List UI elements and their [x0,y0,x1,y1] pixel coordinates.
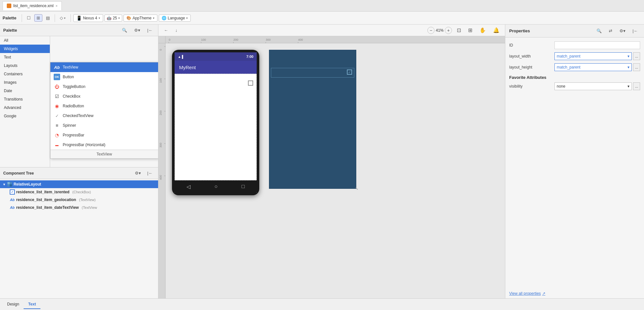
radiobutton-label: RadioButton [63,104,84,108]
progressbar-label: ProgressBar [63,133,84,137]
palette-settings-btn[interactable]: ⚙▾ [132,27,143,34]
properties-collapse-btn[interactable]: |← [630,27,640,35]
widget-textview[interactable]: Ab TextView [50,62,158,72]
properties-settings-btn[interactable]: ⚙▾ [617,27,628,35]
svg-rect-1 [10,182,12,184]
visibility-more-btn[interactable]: … [633,82,640,90]
tree-collapse-btn[interactable]: |← [145,169,155,177]
layout-height-dropdown[interactable]: match_parent ▾ [554,63,632,71]
layout-width-dropdown[interactable]: match_parent ▾ [554,52,632,60]
expand-arrow: ▼ [3,183,6,186]
svg-text:0: 0 [169,38,170,41]
favorite-attrs-title: Favorite Attributes [509,75,640,80]
palette-collapse-btn[interactable]: |← [145,27,155,34]
nav-home-btn: ○ [214,184,218,189]
widget-spinner[interactable]: ≡ Spinner [50,121,158,130]
phone-appbar: MyRent [175,61,257,74]
category-date[interactable]: Date [0,87,50,95]
palette-header: Palette 🔍 ⚙▾ |← [0,25,158,36]
id-input[interactable] [554,41,640,49]
checkedtextview-label: CheckedTextView [63,113,93,118]
tab-text[interactable]: Text [24,300,40,309]
layout-width-more-btn[interactable]: … [633,52,640,60]
tree-textview2-type: (TextView [81,206,97,209]
api-selector[interactable]: 🤖 25 ▾ [104,15,122,22]
api-level: 25 [113,16,117,20]
toolbar-sep3 [70,14,71,22]
widget-progressbar[interactable]: ◔ ProgressBar [50,130,158,140]
status-time: 7:00 [246,55,253,59]
canvas-with-ruler: 0 100 200 300 400 [158,36,505,298]
category-layouts[interactable]: Layouts [0,61,50,70]
category-images[interactable]: Images [0,78,50,87]
svg-text:300: 300 [266,38,271,41]
notification-btn[interactable]: 🔔 [491,26,502,35]
fit-screen-btn[interactable]: ⊡ [455,26,463,35]
category-google[interactable]: Google [0,112,50,120]
phone-status-bar: ▲ ▌ 7:00 [175,52,257,61]
tree-relativelayout-label: RelativeLayout [14,182,41,187]
properties-search-btn[interactable]: 🔍 [594,27,604,35]
layout-width-label: layout_width [509,54,554,59]
pan-tool-btn[interactable]: ✋ [477,26,488,35]
tree-item-textview2[interactable]: Ab residence_list_item_dateTextView (Tex… [0,204,158,211]
file-icon [7,4,11,8]
language-selector[interactable]: 🌐 Language ▾ [159,15,191,22]
palette-search-btn[interactable]: 🔍 [120,27,129,34]
canvas-main[interactable]: ▲ ▌ 7:00 MyRent [166,43,505,298]
tree-item-relativelayout[interactable]: ▼ RelativeLayout [0,180,158,188]
zoom-out-button[interactable]: − [427,27,435,34]
canvas-main-row: 0 100 200 300 400 [158,43,505,298]
layout-view-btn2[interactable]: ⊞ [34,14,42,22]
togglebutton-label: ToggleButton [63,84,85,89]
widget-button[interactable]: OK Button [50,72,158,82]
widget-progressbar-h[interactable]: ▬ ProgressBar (Horizontal) [50,140,158,150]
svg-text:100: 100 [201,38,206,41]
theme-selector[interactable]: 🎨 AppTheme ▾ [123,15,157,22]
layout-height-more-btn[interactable]: … [633,63,640,71]
actual-size-btn[interactable]: ⊞ [466,26,475,35]
widget-radiobutton[interactable]: ◉ RadioButton [50,101,158,111]
layout-view-btn3[interactable]: ▤ [44,14,52,22]
category-widgets[interactable]: Widgets [0,45,50,53]
category-all[interactable]: All [0,36,50,45]
preview-checkbox: ✓ [347,69,352,75]
resize-handle[interactable]: ⤡ [355,186,358,191]
tree-settings-btn[interactable]: ⚙▾ [133,169,143,177]
file-tab[interactable]: list_item_residence.xml × [3,1,62,10]
category-text[interactable]: Text [0,53,50,61]
language-dropdown-arrow: ▾ [186,16,188,20]
widget-togglebutton[interactable]: ⏻ ToggleButton [50,82,158,91]
shape-selector[interactable]: ◇ ▾ [58,14,68,22]
nav-back-btn: ◁ [187,184,190,190]
tree-item-checkbox[interactable]: ✓ residence_list_item_isrented (CheckBox… [0,188,158,196]
tree-item-textview1[interactable]: Ab residence_list_item_geolocation (Text… [0,196,158,204]
device-selector[interactable]: 📱 Nexus 4 ▾ [73,14,103,22]
properties-refresh-btn[interactable]: ⇄ [606,27,615,35]
category-advanced[interactable]: Advanced [0,103,50,112]
category-transitions[interactable]: Transitions [0,95,50,103]
svg-text:100: 100 [159,78,162,83]
view-all-properties-link[interactable]: View all properties ↗ [505,289,644,298]
layout-width-arrow: ▾ [628,54,629,59]
category-containers[interactable]: Containers [0,70,50,78]
canvas-nav-forward[interactable]: ↓ [173,27,180,34]
radiobutton-icon: ◉ [54,103,60,109]
palette-label: Palette [3,16,16,20]
prop-layout-height-row: layout_height match_parent ▾ … [509,63,640,71]
tab-close-button[interactable]: × [56,4,58,8]
svg-rect-2 [7,184,10,187]
status-wifi: ▲ ▌ [178,55,184,59]
visibility-dropdown[interactable]: none ▾ [554,82,632,90]
zoom-in-button[interactable]: + [445,27,452,34]
canvas-nav-back[interactable]: ← [162,27,170,34]
tab-design[interactable]: Design [3,300,24,309]
widget-checkbox[interactable]: ☑ CheckBox [50,91,158,101]
prop-id-row: ID [509,41,640,49]
theme-dropdown-arrow: ▾ [153,16,155,20]
layout-view-btn1[interactable]: ☐ [25,14,33,22]
palette-header-icons: 🔍 ⚙▾ |← [120,27,155,34]
bottom-tabs: Design Text [0,298,644,310]
widget-checkedtextview[interactable]: ✓ CheckedTextView [50,111,158,121]
id-prop-value [554,41,640,49]
